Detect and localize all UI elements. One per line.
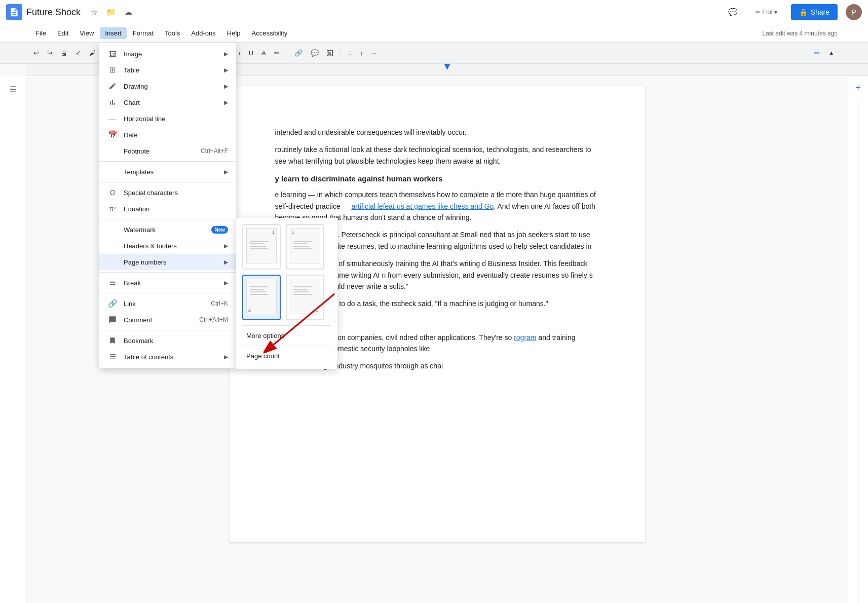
- menu-accessibility[interactable]: Accessibility: [247, 27, 293, 39]
- insert-equation[interactable]: π² Equation: [99, 201, 236, 217]
- insert-headers-footers[interactable]: Headers & footers ▶: [99, 238, 236, 254]
- outline-icon[interactable]: ☰: [5, 81, 21, 97]
- image-icon: 🖼: [107, 49, 118, 59]
- menu-view[interactable]: View: [74, 27, 99, 39]
- insert-image[interactable]: 🖼 Image ▶: [99, 46, 236, 62]
- more-btn[interactable]: ···: [368, 47, 380, 59]
- menu-edit[interactable]: Edit: [52, 27, 73, 39]
- last-edit: Last edit was 4 minutes ago: [762, 30, 838, 37]
- arrow-icon8: ▶: [224, 280, 228, 286]
- pn-option-bottom-left[interactable]: 2: [242, 275, 281, 320]
- insert-chart[interactable]: Chart ▶: [99, 94, 236, 110]
- menu-help[interactable]: Help: [222, 27, 246, 39]
- arrow-icon6: ▶: [224, 243, 228, 249]
- insert-toc-label: Table of contents: [124, 353, 218, 361]
- watermark-icon: [107, 224, 118, 235]
- redo-btn[interactable]: ↪: [44, 47, 56, 59]
- menu-addons[interactable]: Add-ons: [186, 27, 220, 39]
- edit-mode-btn[interactable]: ✏ Edit ▾: [746, 5, 787, 19]
- print-btn[interactable]: 🖨: [58, 47, 70, 59]
- star-icon[interactable]: ☆: [87, 5, 101, 19]
- more-options-link[interactable]: More options: [242, 329, 331, 343]
- footnote-shortcut: Ctrl+Alt+F: [201, 147, 228, 155]
- menu-insert[interactable]: Insert: [100, 27, 127, 39]
- table-icon: ⊞: [107, 65, 118, 75]
- pn-num4: 1: [316, 308, 318, 313]
- pn-option-top-left[interactable]: 1: [286, 224, 324, 270]
- lock-icon: 🔒: [799, 8, 808, 16]
- link-icon: 🔗: [107, 298, 118, 309]
- pn-option-bottom-right[interactable]: 1: [286, 275, 324, 320]
- pn-line: [250, 248, 269, 249]
- menu-file[interactable]: File: [30, 27, 51, 39]
- paint-btn[interactable]: 🖌: [86, 47, 99, 59]
- image-btn[interactable]: 🖼: [324, 47, 336, 59]
- spell-btn[interactable]: ✓: [72, 47, 84, 59]
- page-numbers-submenu: 1 1: [236, 218, 337, 369]
- insert-bookmark[interactable]: Bookmark: [99, 332, 236, 349]
- pn-line: [250, 289, 264, 290]
- divider-c: [99, 219, 236, 219]
- align-btn[interactable]: ≡: [345, 47, 355, 59]
- divider-f: [99, 330, 236, 330]
- insert-comment[interactable]: Comment Ctrl+Alt+M: [99, 312, 236, 328]
- new-badge: New: [211, 226, 228, 234]
- insert-break[interactable]: Break ▶: [99, 275, 236, 291]
- text-color-btn[interactable]: A: [258, 47, 269, 59]
- pn-line: [250, 246, 266, 247]
- insert-footnote[interactable]: Footnote Ctrl+Alt+F: [99, 143, 236, 159]
- app-icon[interactable]: [6, 4, 22, 20]
- insert-horizontal-line[interactable]: — Horizontal line: [99, 110, 236, 127]
- insert-watermark-label: Watermark: [124, 226, 205, 234]
- doc-link1[interactable]: artificial lefeat us at games like chess…: [351, 202, 494, 210]
- pn-line: [293, 246, 310, 247]
- footnote-icon: [107, 146, 118, 156]
- add-icon[interactable]: +: [850, 80, 866, 96]
- doc-link2[interactable]: rogram: [514, 333, 536, 342]
- menu-format[interactable]: Format: [128, 27, 159, 39]
- undo-btn[interactable]: ↩: [30, 47, 42, 59]
- italic-btn[interactable]: I: [236, 47, 244, 59]
- underline-btn[interactable]: U: [246, 47, 256, 59]
- arrow-icon9: ▶: [224, 354, 228, 360]
- drawing-icon: [107, 81, 118, 91]
- insert-hline-label: Horizontal line: [124, 115, 228, 123]
- pn-lines3: [247, 282, 276, 299]
- chat-icon[interactable]: 💬: [724, 3, 742, 21]
- highlight-btn[interactable]: ✏: [271, 47, 283, 59]
- pn-thumb2: 1: [290, 228, 320, 263]
- submenu-divider1: [242, 325, 331, 326]
- edit-icon[interactable]: ✏: [811, 47, 823, 59]
- insert-watermark[interactable]: Watermark New: [99, 221, 236, 238]
- insert-table[interactable]: ⊞ Table ▶: [99, 62, 236, 78]
- divider-a: [99, 161, 236, 162]
- break-icon: [107, 278, 118, 288]
- insert-page-numbers[interactable]: Page numbers ▶: [99, 254, 236, 270]
- insert-toc[interactable]: ☰ Table of contents ▶: [99, 349, 236, 365]
- templates-icon: [107, 167, 118, 177]
- insert-drawing[interactable]: Drawing ▶: [99, 78, 236, 94]
- pn-option-top-right[interactable]: 1: [242, 224, 281, 270]
- comment-btn[interactable]: 💬: [308, 47, 322, 59]
- page-count-link[interactable]: Page count: [242, 349, 331, 363]
- insert-templates[interactable]: Templates ▶: [99, 164, 236, 180]
- insert-special-chars[interactable]: Ω Special characters: [99, 184, 236, 201]
- insert-chart-label: Chart: [124, 99, 218, 106]
- share-button[interactable]: 🔒 Share: [791, 4, 838, 20]
- pn-line: [250, 291, 266, 292]
- toc-icon: ☰: [107, 352, 118, 362]
- collapse-btn[interactable]: ▲: [825, 47, 838, 59]
- link-btn[interactable]: 🔗: [291, 47, 306, 59]
- divider-d: [99, 272, 236, 273]
- pn-row1: 1 1: [242, 224, 331, 270]
- folder-icon[interactable]: 📁: [104, 5, 118, 19]
- insert-comment-label: Comment: [124, 316, 193, 324]
- divider-b: [99, 182, 236, 182]
- menu-tools[interactable]: Tools: [160, 27, 185, 39]
- pn-lines4: [290, 282, 320, 299]
- cloud-icon[interactable]: ☁: [121, 5, 135, 19]
- spacing-btn[interactable]: ↕: [357, 47, 366, 59]
- insert-date[interactable]: 📅 Date: [99, 127, 236, 143]
- avatar[interactable]: P: [846, 4, 862, 20]
- insert-link[interactable]: 🔗 Link Ctrl+K: [99, 295, 236, 312]
